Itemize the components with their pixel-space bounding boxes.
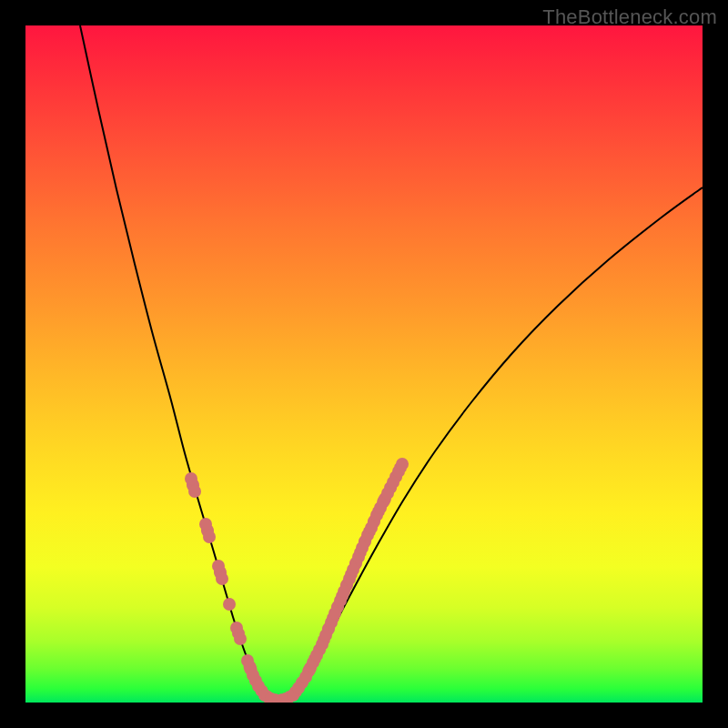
marker-dot	[292, 682, 305, 694]
chart-container: TheBottleneck.com	[0, 0, 728, 728]
plot-area	[25, 25, 703, 703]
marker-dot	[241, 654, 254, 667]
marker-dot	[199, 518, 212, 531]
marker-dot	[374, 501, 387, 514]
marker-dot	[356, 541, 369, 554]
marker-dot	[347, 563, 359, 576]
marker-dot	[234, 632, 247, 645]
marker-dot	[387, 476, 399, 489]
marker-dot	[299, 671, 312, 683]
marker-dot	[319, 629, 332, 642]
marker-dot	[212, 560, 225, 572]
marker-dot	[188, 485, 201, 498]
marker-dot	[365, 521, 378, 534]
curve-group	[80, 25, 703, 703]
marker-dot	[247, 669, 259, 682]
marker-dot	[381, 487, 394, 500]
marker-group	[185, 458, 409, 703]
marker-dot	[338, 585, 350, 598]
marker-dot	[396, 458, 409, 470]
marker-dot	[185, 472, 197, 485]
marker-dot	[216, 572, 228, 585]
marker-dot	[223, 598, 236, 611]
marker-dot	[310, 649, 323, 662]
marker-dot	[203, 531, 216, 543]
bottleneck-curve	[80, 25, 703, 703]
marker-dot	[230, 622, 243, 634]
marker-dot	[329, 607, 341, 620]
chart-svg	[25, 25, 703, 703]
